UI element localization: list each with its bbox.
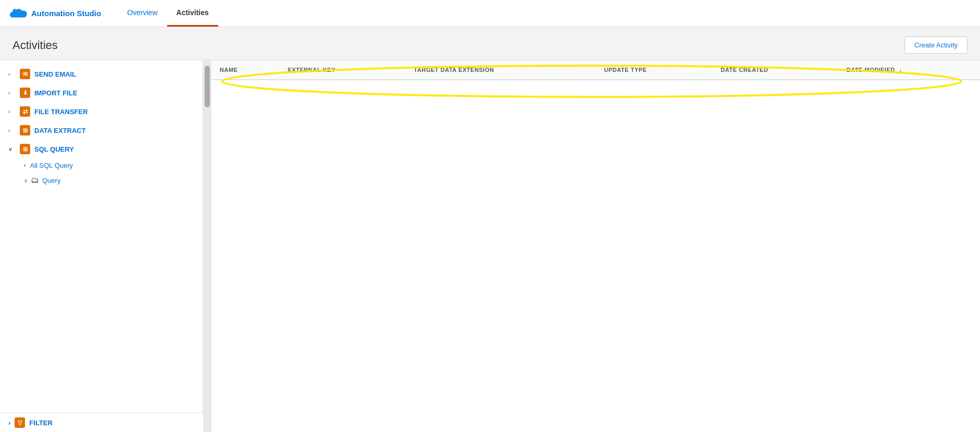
app-name: Automation Studio bbox=[31, 9, 101, 18]
col-external-key[interactable]: EXTERNAL KEY bbox=[280, 60, 406, 80]
scrollbar-thumb bbox=[205, 66, 210, 107]
tab-overview[interactable]: Overview bbox=[118, 0, 167, 27]
sql-query-icon: ⊞ bbox=[20, 144, 30, 154]
data-extract-label: DATA EXTRACT bbox=[34, 127, 86, 134]
bullet-icon: • bbox=[24, 163, 26, 168]
sidebar-item-data-extract[interactable]: › ⊞ DATA EXTRACT bbox=[0, 121, 203, 140]
file-transfer-label: FILE TRANSFER bbox=[34, 108, 88, 116]
chevron-send-email: › bbox=[8, 71, 16, 77]
send-email-label: SEND EMAIL bbox=[34, 70, 76, 78]
salesforce-logo bbox=[8, 6, 27, 21]
chevron-query-folder: ∨ bbox=[24, 178, 28, 183]
chevron-filter: › bbox=[8, 419, 10, 427]
sidebar-item-import-file[interactable]: › ⬇ IMPORT FILE bbox=[0, 83, 203, 102]
sort-desc-icon: ↓ bbox=[899, 67, 902, 73]
sidebar-sub-query-folder[interactable]: ∨ 🗂 Query bbox=[24, 172, 203, 188]
filter-label: FILTER bbox=[29, 419, 53, 427]
col-date-modified[interactable]: DATE MODIFIED ↓ bbox=[838, 60, 980, 80]
sql-query-subitems: • All SQL Query ∨ 🗂 Query bbox=[0, 158, 203, 188]
col-name[interactable]: NAME bbox=[211, 60, 280, 80]
sidebar-scrollbar[interactable] bbox=[203, 60, 211, 432]
file-transfer-icon: ⇄ bbox=[20, 106, 30, 117]
sidebar: › ✉ SEND EMAIL › ⬇ IMPORT FILE › ⇄ FILE … bbox=[0, 60, 203, 432]
sidebar-sub-all-sql-query[interactable]: • All SQL Query bbox=[24, 158, 203, 172]
logo-area: Automation Studio bbox=[8, 0, 101, 27]
folder-icon: 🗂 bbox=[31, 176, 39, 185]
sidebar-item-sql-query[interactable]: ∨ ⊞ SQL QUERY bbox=[0, 140, 203, 158]
sql-query-label: SQL QUERY bbox=[34, 145, 74, 153]
sidebar-spacer bbox=[0, 188, 203, 199]
import-file-icon: ⬇ bbox=[20, 88, 30, 98]
chevron-import-file: › bbox=[8, 90, 16, 96]
nav-tabs: Overview Activities bbox=[118, 0, 218, 27]
chevron-data-extract: › bbox=[8, 128, 16, 133]
import-file-label: IMPORT FILE bbox=[34, 89, 77, 97]
page-header: Activities Create Activity bbox=[0, 27, 980, 60]
main-content: › ✉ SEND EMAIL › ⬇ IMPORT FILE › ⇄ FILE … bbox=[0, 60, 980, 432]
query-folder-label: Query bbox=[42, 177, 60, 184]
table-header: NAME EXTERNAL KEY TARGET DATA EXTENSION … bbox=[211, 60, 980, 80]
top-navigation: Automation Studio Overview Activities bbox=[0, 0, 980, 27]
create-activity-button[interactable]: Create Activity bbox=[904, 36, 968, 54]
chevron-sql-query: ∨ bbox=[8, 146, 16, 152]
sidebar-item-filter[interactable]: › ▽ FILTER bbox=[0, 413, 203, 432]
col-target-data-extension[interactable]: TARGET DATA EXTENSION bbox=[406, 60, 596, 80]
data-extract-icon: ⊞ bbox=[20, 125, 30, 135]
all-sql-query-label: All SQL Query bbox=[30, 162, 73, 169]
sidebar-item-file-transfer[interactable]: › ⇄ FILE TRANSFER bbox=[0, 102, 203, 121]
page-title: Activities bbox=[12, 39, 58, 52]
col-update-type[interactable]: UPDATE TYPE bbox=[596, 60, 712, 80]
col-date-created[interactable]: DATE CREATED bbox=[712, 60, 838, 80]
sidebar-item-send-email[interactable]: › ✉ SEND EMAIL bbox=[0, 65, 203, 83]
table-area: NAME EXTERNAL KEY TARGET DATA EXTENSION … bbox=[211, 60, 980, 432]
chevron-file-transfer: › bbox=[8, 109, 16, 115]
send-email-icon: ✉ bbox=[20, 69, 30, 79]
tab-activities[interactable]: Activities bbox=[167, 0, 218, 27]
filter-icon: ▽ bbox=[15, 417, 25, 428]
data-table: NAME EXTERNAL KEY TARGET DATA EXTENSION … bbox=[211, 60, 980, 80]
